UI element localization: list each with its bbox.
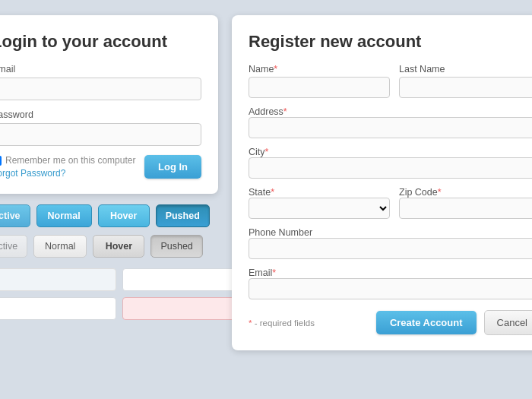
email-group: Email bbox=[0, 64, 201, 100]
remember-label: Remember me on this computer bbox=[5, 155, 135, 166]
button-states-section: Inactive Normal Hover Pushed Inactive No… bbox=[0, 204, 218, 258]
name-label: Name* bbox=[249, 64, 390, 74]
login-card: Login to your account Email Password Rem… bbox=[0, 15, 218, 194]
lastname-label: Last Name bbox=[399, 64, 532, 74]
city-input[interactable] bbox=[249, 157, 532, 179]
phone-label: Phone Number bbox=[249, 227, 312, 238]
required-note: * - required fields bbox=[249, 318, 369, 328]
blue-pushed-button[interactable]: Pushed bbox=[156, 204, 210, 227]
reg-email-group: Email* bbox=[249, 267, 532, 299]
remember-checkbox[interactable] bbox=[0, 156, 2, 166]
remember-row: Remember me on this computer Forgot Pass… bbox=[0, 155, 201, 179]
grey-normal-button[interactable]: Normal bbox=[33, 235, 87, 258]
reg-email-label: Email* bbox=[249, 268, 276, 278]
password-input[interactable] bbox=[0, 123, 201, 146]
register-card: Register new account Name* Last Name Add… bbox=[232, 15, 532, 350]
state-group: State* bbox=[249, 186, 390, 219]
email-label: Email bbox=[0, 64, 201, 74]
zip-group: Zip Code* bbox=[399, 186, 532, 219]
password-label: Password bbox=[0, 109, 201, 120]
phone-group: Phone Number bbox=[249, 226, 532, 259]
city-label: City* bbox=[249, 147, 268, 157]
name-group: Name* bbox=[249, 64, 390, 98]
cancel-button[interactable]: Cancel bbox=[484, 310, 532, 335]
create-account-button[interactable]: Create Account bbox=[376, 311, 477, 334]
lastname-input[interactable] bbox=[399, 77, 532, 98]
input-row-2 bbox=[0, 297, 218, 320]
grey-hover-button[interactable]: Hover bbox=[93, 235, 144, 258]
password-group: Password bbox=[0, 109, 201, 146]
login-button[interactable]: Log In bbox=[144, 155, 201, 179]
zip-input[interactable] bbox=[399, 198, 532, 219]
input-row-1 bbox=[0, 268, 218, 291]
blue-normal-button[interactable]: Normal bbox=[36, 204, 92, 227]
grey-button-row: Inactive Normal Hover Pushed bbox=[0, 235, 218, 258]
address-group: Address* bbox=[249, 106, 532, 138]
input-states-section bbox=[0, 268, 218, 320]
right-panel: Register new account Name* Last Name Add… bbox=[232, 15, 532, 350]
blue-inactive-button[interactable]: Inactive bbox=[0, 204, 30, 227]
name-input[interactable] bbox=[249, 77, 390, 98]
register-footer: * - required fields Create Account Cance… bbox=[249, 310, 532, 335]
state-select[interactable] bbox=[249, 198, 390, 219]
address-label: Address* bbox=[249, 106, 287, 117]
zip-label: Zip Code* bbox=[399, 187, 442, 198]
email-input[interactable] bbox=[0, 78, 201, 100]
forgot-password-link[interactable]: Forgot Password? bbox=[0, 168, 135, 179]
blue-button-row: Inactive Normal Hover Pushed bbox=[0, 204, 218, 227]
left-panel: Login to your account Email Password Rem… bbox=[0, 15, 218, 320]
grey-inactive-button[interactable]: Inactive bbox=[0, 235, 27, 258]
input-white-2[interactable] bbox=[0, 297, 116, 320]
state-zip-row: State* Zip Code* bbox=[249, 186, 532, 219]
city-group: City* bbox=[249, 146, 532, 179]
remember-left: Remember me on this computer bbox=[0, 155, 135, 166]
name-row: Name* Last Name bbox=[249, 64, 532, 98]
blue-hover-button[interactable]: Hover bbox=[98, 204, 150, 227]
input-light-1[interactable] bbox=[0, 268, 116, 291]
register-title: Register new account bbox=[249, 32, 532, 52]
reg-email-input[interactable] bbox=[249, 278, 532, 299]
lastname-group: Last Name bbox=[399, 64, 532, 98]
login-title: Login to your account bbox=[0, 32, 201, 52]
address-input[interactable] bbox=[249, 117, 532, 138]
grey-pushed-button[interactable]: Pushed bbox=[150, 235, 202, 258]
phone-input[interactable] bbox=[249, 238, 532, 259]
state-label: State* bbox=[249, 187, 274, 198]
